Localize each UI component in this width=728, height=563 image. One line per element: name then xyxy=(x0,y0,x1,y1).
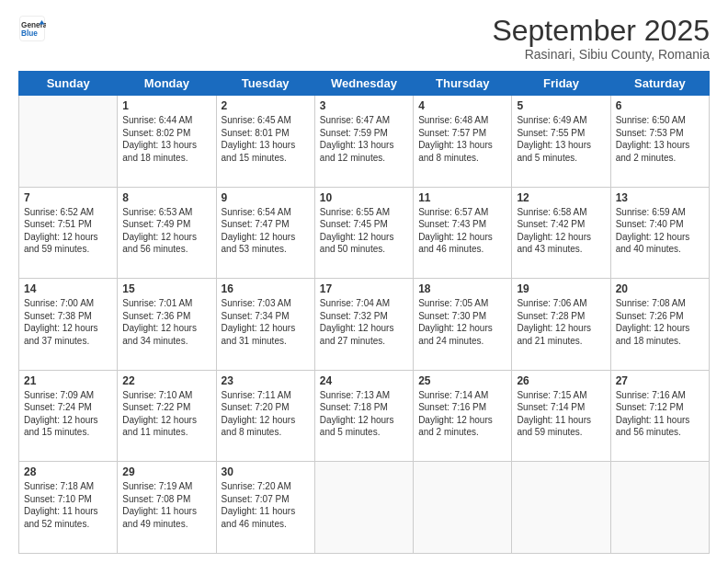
day-number: 12 xyxy=(517,191,605,204)
day-of-week-header: Monday xyxy=(118,72,216,96)
day-number: 13 xyxy=(616,191,704,204)
calendar-week-row: 21Sunrise: 7:09 AM Sunset: 7:24 PM Dayli… xyxy=(19,370,710,462)
day-number: 23 xyxy=(222,374,310,387)
day-info: Sunrise: 6:58 AM Sunset: 7:42 PM Dayligh… xyxy=(517,206,605,256)
day-number: 16 xyxy=(222,282,310,295)
header: General Blue September 2025 Rasinari, Si… xyxy=(18,15,710,62)
calendar-week-row: 28Sunrise: 7:18 AM Sunset: 7:10 PM Dayli… xyxy=(19,462,710,554)
day-info: Sunrise: 7:14 AM Sunset: 7:16 PM Dayligh… xyxy=(418,389,506,439)
calendar-cell: 8Sunrise: 6:53 AM Sunset: 7:49 PM Daylig… xyxy=(118,187,216,279)
calendar-header-row: SundayMondayTuesdayWednesdayThursdayFrid… xyxy=(19,72,710,96)
day-info: Sunrise: 7:06 AM Sunset: 7:28 PM Dayligh… xyxy=(517,297,605,347)
day-info: Sunrise: 7:11 AM Sunset: 7:20 PM Dayligh… xyxy=(222,389,310,439)
calendar-cell: 15Sunrise: 7:01 AM Sunset: 7:36 PM Dayli… xyxy=(118,279,216,371)
calendar-week-row: 7Sunrise: 6:52 AM Sunset: 7:51 PM Daylig… xyxy=(19,187,710,279)
day-number: 26 xyxy=(517,374,605,387)
calendar-cell: 27Sunrise: 7:16 AM Sunset: 7:12 PM Dayli… xyxy=(610,370,709,462)
day-number: 11 xyxy=(418,191,506,204)
day-number: 30 xyxy=(222,465,310,478)
calendar-cell: 29Sunrise: 7:19 AM Sunset: 7:08 PM Dayli… xyxy=(118,462,216,554)
page: General Blue September 2025 Rasinari, Si… xyxy=(0,0,728,563)
day-number: 27 xyxy=(616,374,704,387)
title-block: September 2025 Rasinari, Sibiu County, R… xyxy=(492,15,710,62)
calendar-cell: 26Sunrise: 7:15 AM Sunset: 7:14 PM Dayli… xyxy=(512,370,610,462)
day-info: Sunrise: 7:19 AM Sunset: 7:08 PM Dayligh… xyxy=(122,480,210,530)
day-info: Sunrise: 6:53 AM Sunset: 7:49 PM Dayligh… xyxy=(122,206,210,256)
calendar-week-row: 1Sunrise: 6:44 AM Sunset: 8:02 PM Daylig… xyxy=(19,96,710,188)
day-of-week-header: Friday xyxy=(512,72,610,96)
calendar-cell: 18Sunrise: 7:05 AM Sunset: 7:30 PM Dayli… xyxy=(414,279,512,371)
day-number: 29 xyxy=(122,465,210,478)
day-number: 14 xyxy=(24,282,112,295)
day-number: 4 xyxy=(418,99,506,112)
day-of-week-header: Tuesday xyxy=(216,72,314,96)
calendar-cell: 13Sunrise: 6:59 AM Sunset: 7:40 PM Dayli… xyxy=(610,187,709,279)
calendar: SundayMondayTuesdayWednesdayThursdayFrid… xyxy=(18,71,710,554)
calendar-cell: 3Sunrise: 6:47 AM Sunset: 7:59 PM Daylig… xyxy=(314,96,413,188)
calendar-cell xyxy=(414,462,512,554)
calendar-cell: 7Sunrise: 6:52 AM Sunset: 7:51 PM Daylig… xyxy=(19,187,118,279)
calendar-cell: 28Sunrise: 7:18 AM Sunset: 7:10 PM Dayli… xyxy=(19,462,118,554)
day-number: 21 xyxy=(24,374,112,387)
day-of-week-header: Saturday xyxy=(610,72,709,96)
calendar-cell xyxy=(314,462,413,554)
calendar-cell: 17Sunrise: 7:04 AM Sunset: 7:32 PM Dayli… xyxy=(314,279,413,371)
day-info: Sunrise: 6:44 AM Sunset: 8:02 PM Dayligh… xyxy=(122,114,210,164)
day-info: Sunrise: 6:57 AM Sunset: 7:43 PM Dayligh… xyxy=(418,206,506,256)
day-number: 17 xyxy=(320,282,408,295)
day-info: Sunrise: 7:20 AM Sunset: 7:07 PM Dayligh… xyxy=(222,480,310,530)
day-number: 25 xyxy=(418,374,506,387)
day-number: 8 xyxy=(122,191,210,204)
day-number: 7 xyxy=(24,191,112,204)
day-number: 2 xyxy=(222,99,310,112)
day-of-week-header: Thursday xyxy=(414,72,512,96)
calendar-cell: 9Sunrise: 6:54 AM Sunset: 7:47 PM Daylig… xyxy=(216,187,314,279)
calendar-cell: 6Sunrise: 6:50 AM Sunset: 7:53 PM Daylig… xyxy=(610,96,709,188)
calendar-cell: 20Sunrise: 7:08 AM Sunset: 7:26 PM Dayli… xyxy=(610,279,709,371)
calendar-cell: 1Sunrise: 6:44 AM Sunset: 8:02 PM Daylig… xyxy=(118,96,216,188)
day-number: 22 xyxy=(122,374,210,387)
logo: General Blue xyxy=(18,15,46,42)
day-number: 9 xyxy=(222,191,310,204)
day-number: 6 xyxy=(616,99,704,112)
calendar-cell: 30Sunrise: 7:20 AM Sunset: 7:07 PM Dayli… xyxy=(216,462,314,554)
day-info: Sunrise: 6:47 AM Sunset: 7:59 PM Dayligh… xyxy=(320,114,408,164)
day-info: Sunrise: 7:09 AM Sunset: 7:24 PM Dayligh… xyxy=(24,389,112,439)
calendar-cell: 16Sunrise: 7:03 AM Sunset: 7:34 PM Dayli… xyxy=(216,279,314,371)
calendar-cell: 11Sunrise: 6:57 AM Sunset: 7:43 PM Dayli… xyxy=(414,187,512,279)
day-info: Sunrise: 6:45 AM Sunset: 8:01 PM Dayligh… xyxy=(222,114,310,164)
day-number: 1 xyxy=(122,99,210,112)
day-number: 3 xyxy=(320,99,408,112)
calendar-week-row: 14Sunrise: 7:00 AM Sunset: 7:38 PM Dayli… xyxy=(19,279,710,371)
calendar-cell: 12Sunrise: 6:58 AM Sunset: 7:42 PM Dayli… xyxy=(512,187,610,279)
day-info: Sunrise: 6:55 AM Sunset: 7:45 PM Dayligh… xyxy=(320,206,408,256)
day-info: Sunrise: 7:05 AM Sunset: 7:30 PM Dayligh… xyxy=(418,297,506,347)
day-info: Sunrise: 7:01 AM Sunset: 7:36 PM Dayligh… xyxy=(122,297,210,347)
day-info: Sunrise: 6:48 AM Sunset: 7:57 PM Dayligh… xyxy=(418,114,506,164)
day-number: 24 xyxy=(320,374,408,387)
day-of-week-header: Wednesday xyxy=(314,72,413,96)
day-info: Sunrise: 7:08 AM Sunset: 7:26 PM Dayligh… xyxy=(616,297,704,347)
day-info: Sunrise: 6:52 AM Sunset: 7:51 PM Dayligh… xyxy=(24,206,112,256)
calendar-cell: 22Sunrise: 7:10 AM Sunset: 7:22 PM Dayli… xyxy=(118,370,216,462)
day-number: 10 xyxy=(320,191,408,204)
location: Rasinari, Sibiu County, Romania xyxy=(492,47,710,62)
day-number: 5 xyxy=(517,99,605,112)
month-title: September 2025 xyxy=(492,15,710,47)
calendar-cell: 4Sunrise: 6:48 AM Sunset: 7:57 PM Daylig… xyxy=(414,96,512,188)
day-info: Sunrise: 7:16 AM Sunset: 7:12 PM Dayligh… xyxy=(616,389,704,439)
day-info: Sunrise: 6:59 AM Sunset: 7:40 PM Dayligh… xyxy=(616,206,704,256)
day-number: 15 xyxy=(122,282,210,295)
calendar-cell: 24Sunrise: 7:13 AM Sunset: 7:18 PM Dayli… xyxy=(314,370,413,462)
day-info: Sunrise: 7:03 AM Sunset: 7:34 PM Dayligh… xyxy=(222,297,310,347)
calendar-cell: 14Sunrise: 7:00 AM Sunset: 7:38 PM Dayli… xyxy=(19,279,118,371)
day-info: Sunrise: 6:50 AM Sunset: 7:53 PM Dayligh… xyxy=(616,114,704,164)
calendar-cell: 25Sunrise: 7:14 AM Sunset: 7:16 PM Dayli… xyxy=(414,370,512,462)
calendar-cell: 19Sunrise: 7:06 AM Sunset: 7:28 PM Dayli… xyxy=(512,279,610,371)
day-info: Sunrise: 7:10 AM Sunset: 7:22 PM Dayligh… xyxy=(122,389,210,439)
day-info: Sunrise: 6:54 AM Sunset: 7:47 PM Dayligh… xyxy=(222,206,310,256)
day-info: Sunrise: 7:00 AM Sunset: 7:38 PM Dayligh… xyxy=(24,297,112,347)
day-info: Sunrise: 7:18 AM Sunset: 7:10 PM Dayligh… xyxy=(24,480,112,530)
calendar-cell: 5Sunrise: 6:49 AM Sunset: 7:55 PM Daylig… xyxy=(512,96,610,188)
day-info: Sunrise: 7:04 AM Sunset: 7:32 PM Dayligh… xyxy=(320,297,408,347)
